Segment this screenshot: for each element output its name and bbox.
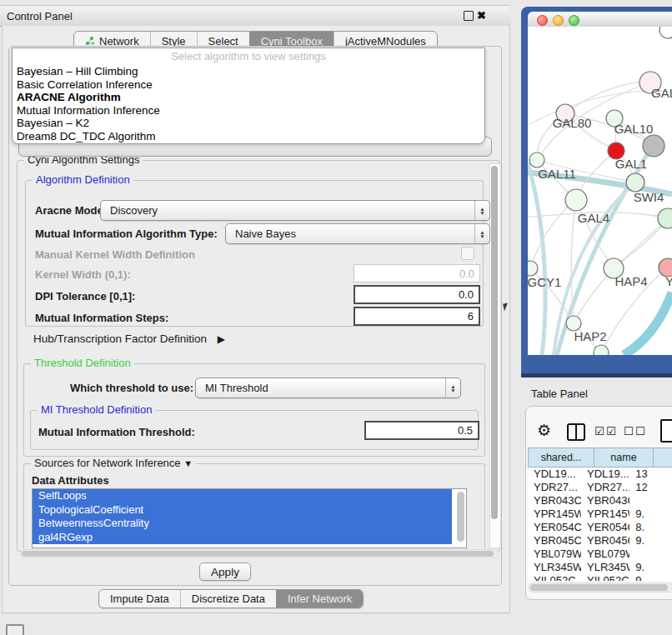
table-hscrollbar-thumb[interactable] — [530, 584, 668, 591]
table-cell: 9. — [629, 508, 672, 521]
close-panel-icon[interactable]: ✖ — [477, 9, 486, 22]
minimized-panel-icon[interactable] — [6, 624, 24, 635]
algorithm-option[interactable]: Bayesian – Hill Climbing — [13, 65, 484, 78]
mi-steps-label: Mutual Information Steps: — [35, 312, 168, 324]
network-node[interactable] — [626, 173, 644, 192]
table-cell — [629, 494, 672, 508]
mi-steps-field[interactable]: 6 — [354, 307, 480, 326]
aracne-mode-combobox[interactable]: Discovery ▲▼ — [100, 200, 490, 221]
which-threshold-value: MI Threshold — [205, 382, 268, 394]
table-cell: YDL19... — [528, 468, 581, 481]
network-node-label: SWI4 — [634, 190, 664, 204]
network-node[interactable] — [643, 135, 664, 157]
table-column-header[interactable]: shared... — [528, 448, 594, 468]
hub-section-toggle[interactable]: Hub/Transcription Factor Definition ▶ — [33, 332, 225, 345]
table-row[interactable]: YDR27...YDR27...12 — [528, 481, 672, 494]
table-cell: YPR145W — [528, 508, 581, 521]
which-threshold-combobox[interactable]: MI Threshold ▲▼ — [195, 378, 461, 398]
table-row[interactable]: YLR345WYLR345W9. — [528, 561, 672, 574]
table-row[interactable]: YER054CYER054C8. — [528, 521, 672, 534]
attribute-list-item[interactable]: BetweennessCentrality — [33, 517, 452, 531]
network-node-label: HAP2 — [574, 329, 606, 343]
mi-threshold-label: Mutual Information Threshold: — [38, 426, 195, 438]
network-node-label: GAL1 — [615, 157, 647, 171]
table-column-header[interactable]: A — [654, 448, 672, 468]
control-panel-titlebar: Control Panel — [0, 5, 510, 27]
data-attributes-list[interactable]: SelfLoopsTopologicalCoefficientBetweenne… — [32, 488, 467, 548]
dpi-tolerance-field[interactable]: 0.0 — [354, 285, 480, 304]
mi-threshold-group-title: MI Threshold Definition — [38, 403, 155, 416]
aracne-mode-value: Discovery — [110, 204, 158, 217]
attribute-list-item[interactable]: SelfLoops — [33, 489, 452, 503]
network-node[interactable] — [528, 261, 538, 276]
tab-discretize-data[interactable]: Discretize Data — [180, 590, 276, 608]
algorithm-option[interactable]: Dream8 DC_TDC Algorithm — [13, 130, 484, 143]
table-cell: YER054C — [528, 521, 581, 534]
algorithm-option[interactable]: Mutual Information Inference — [13, 104, 484, 118]
network-node[interactable] — [565, 189, 587, 211]
network-window-titlebar[interactable] — [528, 12, 672, 28]
attributes-scrollbar-thumb[interactable] — [457, 492, 464, 542]
attribute-list-item[interactable]: TopologicalCoefficient — [33, 503, 452, 518]
column-layout-icon[interactable] — [567, 423, 585, 441]
settings-scrollbar-thumb[interactable] — [491, 166, 498, 519]
deselect-all-checkboxes-icon[interactable]: ☐☐ — [624, 424, 647, 438]
table-row[interactable]: YBR045CYBR045C9. — [528, 534, 672, 548]
table-row[interactable]: YDL19...YDL19...13 — [528, 468, 672, 481]
sources-group-title: Sources for Network Inference ▼ — [31, 457, 196, 469]
table-row[interactable]: YBL079WYBL079W — [528, 548, 672, 561]
select-all-checkboxes-icon[interactable]: ☑☑ — [594, 424, 618, 438]
tab-label: Impute Data — [110, 592, 169, 605]
table-cell: YBR043C — [528, 494, 581, 508]
network-graph[interactable]: GALGAL80GAL10GAL1GAL11SWI4GAL4GCY1HAP4YH… — [528, 27, 672, 355]
attribute-list-item[interactable]: gal4RGexp — [33, 531, 452, 545]
table-cell: 9. — [629, 561, 672, 574]
network-node-label: GAL — [651, 86, 672, 100]
algorithm-option[interactable]: Basic Correlation Inference — [13, 78, 484, 92]
table-settings-gear-icon[interactable]: ⚙ — [537, 421, 551, 440]
algorithm-option[interactable]: ARACNE Algorithm — [13, 91, 484, 104]
network-node[interactable] — [659, 27, 672, 38]
combobox-arrows-icon: ▲▼ — [445, 378, 460, 398]
network-edge[interactable] — [624, 292, 672, 355]
minimize-window-icon[interactable] — [553, 15, 564, 26]
table-cell: YBR045C — [528, 534, 581, 548]
mi-type-combobox[interactable]: Naive Bayes ▲▼ — [225, 223, 490, 244]
network-edge[interactable] — [614, 218, 668, 268]
table-cell: YBL079W — [528, 548, 581, 561]
network-node-label: GAL10 — [614, 122, 654, 136]
mi-threshold-field[interactable]: 0.5 — [364, 421, 479, 440]
algorithm-dropdown-popup: Select algorithm to view settings Bayesi… — [12, 48, 485, 144]
network-node[interactable] — [594, 345, 609, 355]
table-cell — [629, 548, 672, 561]
tab-infer-network[interactable]: Infer Network — [276, 590, 363, 608]
settings-scrollbar[interactable] — [489, 163, 501, 548]
apply-button[interactable]: Apply — [199, 562, 251, 581]
close-window-icon[interactable] — [537, 15, 548, 26]
table-panel-title: Table Panel — [531, 388, 588, 400]
table-row[interactable]: YPR145WYPR145W9. — [528, 508, 672, 521]
expand-down-icon[interactable]: ▼ — [183, 458, 193, 468]
table-cell: YBR043C — [581, 494, 629, 508]
expand-right-icon[interactable]: ▶ — [218, 333, 225, 345]
zoom-window-icon[interactable] — [569, 15, 579, 26]
network-edge[interactable] — [528, 163, 545, 355]
table-hscrollbar[interactable] — [529, 582, 672, 592]
table-row[interactable]: YIL052CYIL052C9 — [528, 574, 672, 581]
kernel-width-field[interactable]: 0.0 — [354, 264, 480, 282]
threshold-definition-title: Threshold Definition — [31, 357, 134, 369]
table-cell: 9 — [629, 574, 672, 581]
settings-hscrollbar[interactable] — [20, 549, 499, 558]
new-table-icon[interactable] — [660, 419, 672, 442]
settings-hscrollbar-thumb[interactable] — [22, 551, 494, 557]
table-cell: YBL079W — [581, 548, 629, 561]
table-row[interactable]: YBR043CYBR043C — [528, 494, 672, 508]
mi-type-label: Mutual Information Algorithm Type: — [35, 228, 218, 240]
manual-kernel-checkbox[interactable] — [461, 247, 474, 260]
float-panel-icon[interactable] — [464, 11, 474, 21]
table-column-header[interactable]: name — [594, 448, 654, 468]
network-node[interactable] — [529, 152, 544, 168]
algorithm-option[interactable]: Bayesian – K2 — [13, 117, 484, 130]
tab-impute-data[interactable]: Impute Data — [99, 590, 180, 608]
data-attributes-label: Data Attributes — [32, 474, 109, 487]
